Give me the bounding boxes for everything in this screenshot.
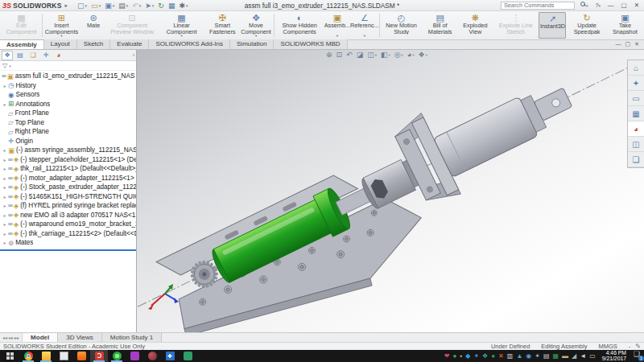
expander-icon[interactable]: ▸: [2, 175, 8, 181]
tree-item[interactable]: ▸∞◈(-) wraparound emo19_motor_bracket_11…: [0, 220, 136, 229]
dropdown-caret-icon[interactable]: ▾: [426, 50, 427, 60]
search-commands-box[interactable]: [501, 2, 575, 10]
linear-component-pattern-button[interactable]: ▦Linear Component Pattern▾: [157, 12, 206, 39]
home-icon[interactable]: ⌂: [628, 60, 644, 76]
start-button[interactable]: [0, 350, 19, 362]
file-explorer-icon[interactable]: ▭: [628, 91, 644, 106]
zoom-to-area-icon[interactable]: ⊡: [336, 50, 343, 60]
expander-icon[interactable]: ▸: [2, 194, 8, 200]
green-status-icon[interactable]: ●: [453, 350, 457, 362]
dropdown-caret-icon[interactable]: ▾: [412, 50, 414, 60]
rebuild-icon[interactable]: ↻: [156, 1, 166, 10]
assemb-button[interactable]: ▣Assemb...▾: [324, 12, 351, 39]
open-file-icon[interactable]: ▭▾: [89, 1, 102, 10]
folder-tray-icon[interactable]: ▬: [562, 350, 568, 362]
previous-view-icon[interactable]: ↶: [346, 50, 353, 60]
dropdown-caret-icon[interactable]: ▾: [402, 50, 403, 60]
tree-item[interactable]: ▸∞◈(-) motor_adapter_adapter_112215<1> (…: [0, 174, 136, 183]
notification-center-icon[interactable]: ❏1: [630, 350, 644, 362]
signal-icon[interactable]: ◢: [572, 350, 576, 362]
tree-item[interactable]: ▸∞◈new EMO all i3 adapter 070517 NAS<1> …: [0, 211, 136, 220]
tab-assembly[interactable]: Assembly: [0, 39, 44, 49]
insert-components-button[interactable]: ⊞Insert Components▾: [43, 12, 80, 39]
show-hidden-components-button[interactable]: ◐Show Hidden Components: [275, 12, 324, 39]
tab-simulation[interactable]: Simulation: [230, 39, 274, 49]
tree-item[interactable]: ▱Front Plane: [0, 109, 136, 118]
taskbar-app-green-app[interactable]: [108, 350, 126, 362]
forum-icon[interactable]: ❏: [628, 152, 644, 167]
doc-restore-icon[interactable]: ▢: [625, 39, 631, 49]
dropdown-caret-icon[interactable]: ▾: [186, 1, 188, 10]
taskbar-app-chrome[interactable]: [19, 350, 37, 362]
search-icon[interactable]: ▾: [577, 1, 591, 10]
dropdown-caret-icon[interactable]: ▾: [139, 1, 142, 10]
green-globe-icon[interactable]: ●: [491, 350, 495, 362]
zoom-to-fit-icon[interactable]: ⊕: [326, 50, 332, 60]
dropdown-caret-icon[interactable]: ▾: [113, 1, 115, 10]
doc-close-icon[interactable]: ✕: [634, 39, 639, 49]
tree-item[interactable]: ▸∞◈(-) thk_carriage_112215<2> (Default<<…: [0, 229, 136, 239]
update-speedpak-button[interactable]: ↻Update Speedpak: [566, 12, 607, 39]
tab-evaluate[interactable]: Evaluate: [110, 39, 149, 49]
tab-solidworks-mbd[interactable]: SOLIDWORKS MBD: [274, 39, 347, 49]
doc-icon[interactable]: ▤: [543, 350, 550, 362]
appearances-icon[interactable]: ◕: [628, 121, 644, 137]
mate-button[interactable]: ⊚Mate: [80, 12, 107, 39]
dropdown-caret-icon[interactable]: ▾: [85, 1, 88, 10]
tree-item[interactable]: ▸∞◈(-) stepper_placeholder_112215<1> (De…: [0, 155, 136, 165]
taskbar-app-orange-app[interactable]: [72, 350, 90, 362]
scroll-prev-icon[interactable]: ◂: [8, 335, 10, 340]
assembly-3d-model[interactable]: [137, 50, 644, 332]
close-icon[interactable]: ✕: [632, 1, 642, 10]
file-properties-icon[interactable]: ▦: [167, 1, 177, 10]
displaymanager-icon[interactable]: ◕: [53, 51, 64, 60]
expander-icon[interactable]: ▸: [2, 203, 8, 208]
view-settings-icon[interactable]: ❖▾: [419, 50, 427, 60]
exploded-view-button[interactable]: ❋Exploded View: [458, 12, 493, 39]
tree-item[interactable]: ▸∞◈thk_rail_112215<1> (Default<<Default>…: [0, 164, 136, 174]
globe-icon[interactable]: ◉: [526, 350, 531, 362]
undo-icon[interactable]: ↶▾: [130, 1, 142, 10]
orange-x-icon[interactable]: ✕: [498, 350, 504, 362]
sliders-icon[interactable]: ▥: [507, 350, 514, 362]
view-orientation-icon[interactable]: ◫▾: [367, 50, 377, 60]
tree-item[interactable]: ▸∞◈(-) Stock_paste_extruder_adapter_1122…: [0, 183, 136, 192]
tab-motion-study-1[interactable]: Motion Study 1: [102, 333, 162, 342]
tree-item[interactable]: ▸∞◈(f) HYREL printed syringe bracket rep…: [0, 201, 136, 211]
instant3d-button[interactable]: ➚Instant3D: [539, 12, 566, 39]
filter-funnel-icon[interactable]: ▽: [2, 62, 7, 69]
manager-tabs-chevron-icon[interactable]: ›: [133, 52, 134, 58]
restore-icon[interactable]: ▢: [619, 1, 630, 10]
take-snapshot-button[interactable]: ▣Take Snapshot: [608, 12, 642, 39]
tree-item[interactable]: ▱Top Plane: [0, 118, 136, 128]
display-style-icon[interactable]: ◧▾: [381, 50, 390, 60]
taskbar-clock[interactable]: 4:46 PM 9/21/2017: [599, 350, 630, 362]
view-palette-icon[interactable]: ▦: [628, 106, 644, 121]
tree-item[interactable]: ▸⊞Annotations: [0, 100, 136, 109]
tree-item[interactable]: ▱Right Plane: [0, 127, 136, 137]
tree-item[interactable]: ▸∞◈(-) 51465K151_HIGH-STRENGTH QUICK-TUR…: [0, 192, 136, 202]
design-library-icon[interactable]: ✦: [628, 76, 644, 91]
print-icon[interactable]: ▤▾: [117, 1, 130, 10]
dimxpertmanager-icon[interactable]: ✛: [40, 51, 52, 60]
referenc-button[interactable]: ∠Referenc...▾: [351, 12, 378, 39]
move-component-button[interactable]: ✥Move Component▾: [239, 12, 274, 39]
select-icon[interactable]: ➤▾: [143, 1, 155, 10]
doc-minimize-icon[interactable]: —: [616, 39, 621, 49]
custom-properties-icon[interactable]: ◫: [628, 137, 644, 152]
tree-item[interactable]: ▸◷History: [0, 81, 136, 91]
tab-model[interactable]: Model: [23, 333, 58, 342]
expander-icon[interactable]: ▸: [2, 166, 8, 171]
dropdown-caret-icon[interactable]: ▾: [375, 50, 377, 60]
expander-icon[interactable]: ▸: [2, 157, 8, 162]
volume-icon[interactable]: ◄: [580, 350, 586, 362]
expander-icon[interactable]: ▸: [2, 221, 8, 227]
tree-item[interactable]: ▸▣(-) assm syringe_assembly_112215_NAS<1…: [0, 146, 136, 155]
expander-icon[interactable]: ▸: [2, 240, 8, 245]
featuremanager-tree-icon[interactable]: ❖: [2, 51, 13, 60]
new-file-icon[interactable]: ▢▾: [76, 1, 89, 10]
tree-item[interactable]: ∞▣assm full i3_emo_extruder_112215_NAS (…: [0, 72, 136, 81]
tree-item[interactable]: ◉Sensors: [0, 90, 136, 100]
heart-health-icon[interactable]: ❤: [444, 350, 450, 362]
propertymanager-icon[interactable]: ▤: [14, 51, 26, 60]
